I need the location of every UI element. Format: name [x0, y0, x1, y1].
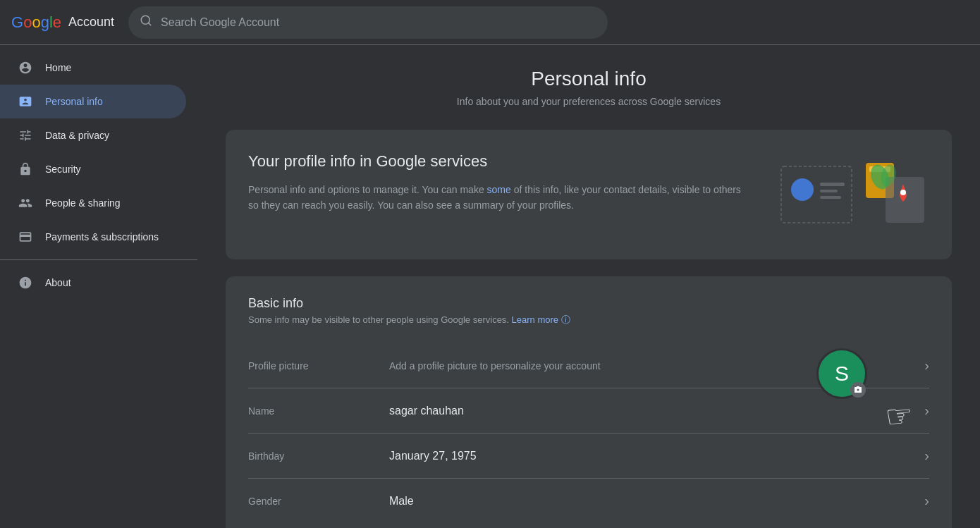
sidebar-item-people-sharing[interactable]: People & sharing	[0, 186, 186, 220]
sidebar-label-about: About	[45, 277, 71, 288]
svg-rect-2	[781, 166, 852, 223]
profile-info-text: Your profile info in Google services Per…	[248, 152, 746, 214]
label-birthday: Birthday	[248, 450, 389, 462]
people-sharing-icon	[17, 196, 34, 210]
chevron-name: ›	[924, 403, 929, 419]
svg-point-10	[900, 190, 906, 195]
sidebar: Home Personal info Data & privacy	[0, 45, 197, 528]
sidebar-item-personal-info[interactable]: Personal info	[0, 85, 186, 118]
profile-info-desc: Personal info and options to manage it. …	[248, 182, 746, 214]
sidebar-item-about[interactable]: About	[0, 266, 186, 300]
basic-info-title: Basic info	[248, 296, 929, 311]
header: Google Account	[0, 0, 980, 45]
learn-more-info-icon: ⓘ	[561, 314, 570, 325]
svg-rect-4	[820, 183, 845, 186]
google-logo: Google	[11, 13, 61, 32]
chevron-profile-picture: ›	[924, 357, 929, 374]
logo-o2: o	[32, 13, 40, 32]
main-content: Personal info Info about you and your pr…	[197, 45, 980, 528]
sidebar-label-personal-info: Personal info	[45, 96, 103, 107]
sidebar-label-security: Security	[45, 164, 81, 175]
chevron-gender: ›	[924, 493, 929, 509]
personal-info-icon	[17, 94, 34, 109]
payments-icon	[17, 230, 34, 244]
sidebar-label-payments: Payments & subscriptions	[45, 231, 159, 242]
highlight-text: some	[487, 184, 511, 195]
sidebar-item-home[interactable]: Home	[0, 51, 186, 85]
logo-account-text: Account	[68, 15, 114, 30]
profile-info-title: Your profile info in Google services	[248, 152, 746, 171]
label-name: Name	[248, 405, 389, 417]
sidebar-label-data-privacy: Data & privacy	[45, 130, 109, 141]
logo-o1: o	[23, 13, 32, 32]
page-subtitle: Info about you and your preferences acro…	[226, 96, 952, 107]
svg-line-1	[149, 23, 151, 25]
home-icon	[17, 61, 34, 75]
info-row-gender[interactable]: Gender Male ›	[248, 479, 929, 523]
basic-info-card: Basic info Some info may be visible to o…	[226, 276, 952, 528]
avatar-container: S	[816, 348, 867, 399]
basic-info-subtitle: Some info may be visible to other people…	[248, 314, 929, 326]
chevron-birthday: ›	[924, 448, 929, 464]
security-icon	[17, 162, 34, 176]
label-gender: Gender	[248, 496, 389, 507]
page-title: Personal info	[226, 68, 952, 90]
svg-rect-5	[820, 190, 838, 192]
logo-e: e	[53, 13, 61, 32]
search-bar[interactable]	[128, 6, 608, 39]
search-icon	[140, 14, 152, 30]
sidebar-label-home: Home	[45, 62, 71, 73]
info-row-birthday[interactable]: Birthday January 27, 1975 ›	[248, 434, 929, 479]
logo-g2: g	[41, 13, 49, 32]
search-input[interactable]	[161, 16, 596, 29]
sidebar-item-security[interactable]: Security	[0, 152, 186, 186]
logo-area: Google Account	[11, 13, 114, 32]
sidebar-item-payments[interactable]: Payments & subscriptions	[0, 220, 186, 254]
about-icon	[17, 276, 34, 290]
illustration-svg	[774, 156, 929, 233]
svg-rect-6	[820, 196, 841, 199]
avatar-camera-icon	[850, 382, 866, 398]
svg-point-3	[791, 178, 814, 201]
profile-illustration	[774, 152, 929, 237]
value-name: sagar chauhan	[389, 405, 924, 417]
data-privacy-icon	[17, 128, 34, 142]
value-birthday: January 27, 1975	[389, 450, 924, 462]
label-profile-picture: Profile picture	[248, 360, 389, 372]
sidebar-item-data-privacy[interactable]: Data & privacy	[0, 118, 186, 152]
avatar-wrap: S	[816, 348, 867, 399]
avatar-letter: S	[835, 362, 849, 386]
sidebar-divider	[0, 259, 197, 260]
sidebar-label-people-sharing: People & sharing	[45, 197, 121, 209]
profile-info-section: Your profile info in Google services Per…	[226, 130, 952, 259]
value-gender: Male	[389, 495, 924, 508]
learn-more-link[interactable]: Learn more	[512, 314, 558, 325]
body-layout: Home Personal info Data & privacy	[0, 45, 980, 528]
logo-g: G	[11, 13, 23, 32]
cursor-hand: ☞	[884, 396, 914, 434]
